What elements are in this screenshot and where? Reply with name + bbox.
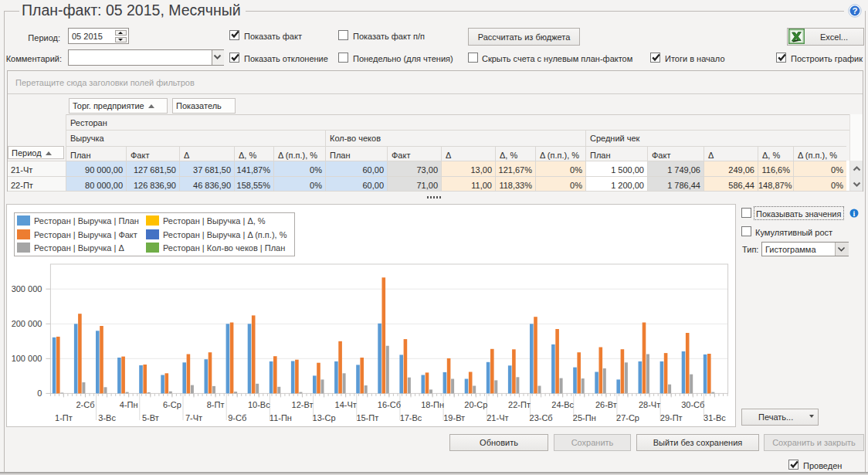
svg-text:9-Сб: 9-Сб (228, 413, 246, 422)
svg-text:2-Сб: 2-Сб (76, 400, 94, 409)
svg-text:100 000: 100 000 (12, 354, 42, 363)
svg-text:16-Сб: 16-Сб (378, 400, 401, 409)
svg-text:10-Вс: 10-Вс (248, 400, 270, 409)
svg-text:20-Ср: 20-Ср (464, 400, 487, 409)
svg-text:19-Вт: 19-Вт (443, 413, 465, 422)
svg-text:24-Вс: 24-Вс (551, 400, 574, 409)
svg-text:18-Пн: 18-Пн (421, 400, 444, 409)
svg-text:31-Вс: 31-Вс (704, 413, 726, 422)
svg-text:30-Сб: 30-Сб (681, 400, 704, 409)
svg-text:26-Вт: 26-Вт (595, 400, 617, 409)
svg-text:7-Чт: 7-Чт (185, 413, 202, 422)
svg-text:i: i (853, 209, 856, 218)
svg-text:23-Сб: 23-Сб (530, 413, 553, 422)
svg-text:17-Вс: 17-Вс (400, 413, 422, 422)
svg-text:11-Пн: 11-Пн (270, 413, 292, 422)
svg-text:29-Пт: 29-Пт (660, 413, 683, 422)
svg-text:1-Пт: 1-Пт (55, 413, 73, 422)
svg-text:3-Вс: 3-Вс (98, 413, 116, 422)
svg-text:12-Вт: 12-Вт (292, 400, 314, 409)
svg-text:22-Пт: 22-Пт (508, 400, 531, 409)
svg-text:4-Пн: 4-Пн (120, 400, 138, 409)
svg-text:300 000: 300 000 (12, 284, 42, 293)
svg-text:6-Ср: 6-Ср (163, 400, 181, 409)
svg-text:15-Пт: 15-Пт (356, 413, 378, 422)
svg-text:5-Вт: 5-Вт (142, 413, 159, 422)
svg-text:8-Пт: 8-Пт (207, 400, 225, 409)
svg-text:14-Чт: 14-Чт (335, 400, 357, 409)
svg-text:28-Чт: 28-Чт (639, 400, 660, 409)
svg-text:13-Ср: 13-Ср (313, 413, 336, 422)
svg-text:25-Пн: 25-Пн (573, 413, 596, 422)
svg-text:21-Чт: 21-Чт (487, 413, 508, 422)
svg-text:200 000: 200 000 (12, 319, 42, 328)
svg-text:0: 0 (37, 388, 42, 398)
svg-text:27-Ср: 27-Ср (616, 413, 639, 422)
